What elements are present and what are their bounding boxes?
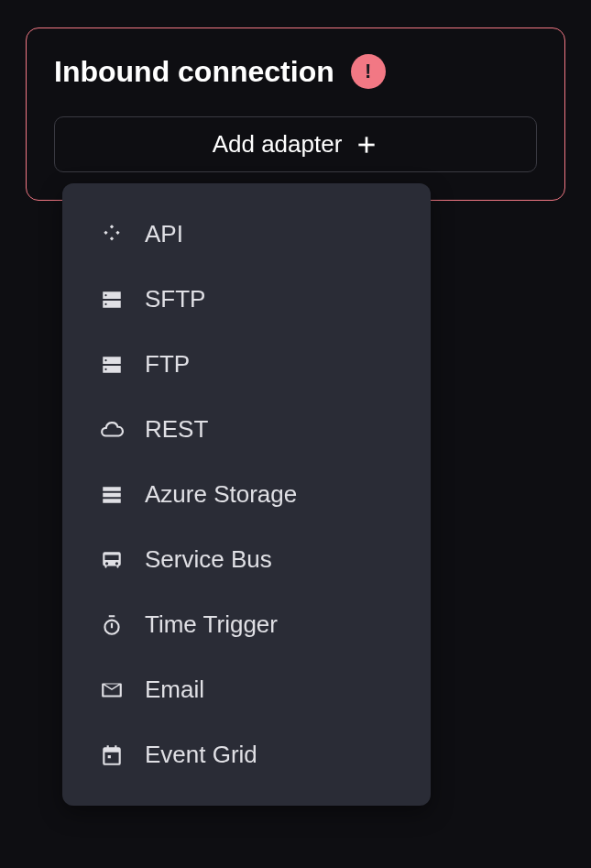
timer-icon xyxy=(99,612,125,638)
menu-item-rest[interactable]: REST xyxy=(62,397,431,462)
menu-item-service-bus[interactable]: Service Bus xyxy=(62,527,431,592)
calendar-icon xyxy=(99,742,125,768)
plus-icon xyxy=(355,133,378,157)
card-title: Inbound connection xyxy=(54,55,334,89)
storage-icon xyxy=(99,287,125,313)
menu-item-azure-storage[interactable]: Azure Storage xyxy=(62,462,431,527)
menu-item-label: REST xyxy=(145,415,208,444)
cloud-icon xyxy=(99,417,125,443)
menu-item-api[interactable]: API xyxy=(62,202,431,267)
menu-item-label: SFTP xyxy=(145,285,205,313)
adapter-dropdown: API SFTP FTP REST Azure Storage Service … xyxy=(62,183,431,806)
menu-item-event-grid[interactable]: Event Grid xyxy=(62,722,431,787)
menu-item-label: Event Grid xyxy=(145,741,257,769)
menu-item-label: Service Bus xyxy=(145,545,272,574)
email-icon xyxy=(99,677,125,703)
alert-symbol: ! xyxy=(365,60,371,83)
menu-item-label: FTP xyxy=(145,350,190,379)
menu-item-label: API xyxy=(145,220,183,248)
storage-icon xyxy=(99,352,125,378)
menu-item-label: Time Trigger xyxy=(145,610,278,639)
bus-icon xyxy=(99,547,125,573)
add-adapter-label: Add adapter xyxy=(213,130,343,159)
card-header: Inbound connection ! xyxy=(54,54,537,89)
menu-item-time-trigger[interactable]: Time Trigger xyxy=(62,592,431,657)
menu-item-label: Email xyxy=(145,676,204,704)
alert-icon: ! xyxy=(351,54,386,89)
menu-item-sftp[interactable]: SFTP xyxy=(62,267,431,332)
server-icon xyxy=(99,482,125,508)
menu-item-label: Azure Storage xyxy=(145,480,297,509)
add-adapter-button[interactable]: Add adapter xyxy=(54,116,537,172)
menu-item-ftp[interactable]: FTP xyxy=(62,332,431,397)
menu-item-email[interactable]: Email xyxy=(62,657,431,722)
api-icon xyxy=(99,222,125,247)
inbound-connection-card: Inbound connection ! Add adapter xyxy=(26,27,565,201)
